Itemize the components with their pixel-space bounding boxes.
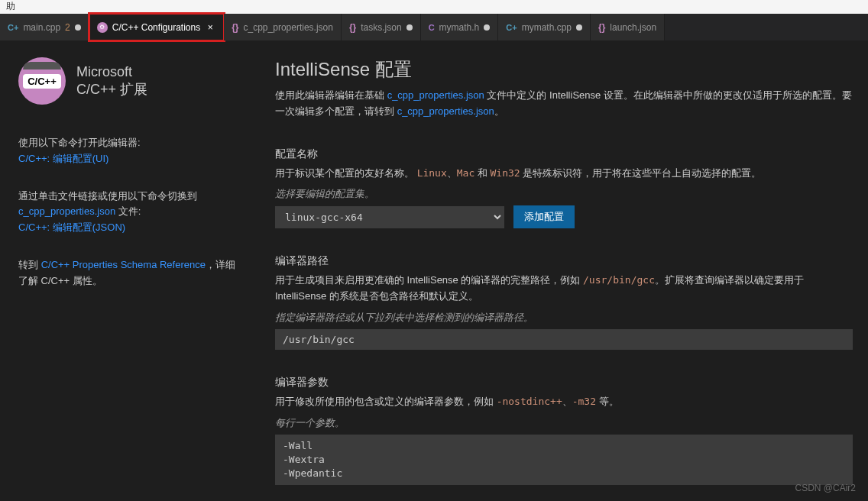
extension-badge: C/C++ Microsoft C/C++ 扩展: [18, 57, 241, 105]
tab-label: mymath.cpp: [522, 22, 572, 33]
header-file-icon: C: [429, 23, 435, 32]
schema-pre: 转到: [18, 259, 41, 270]
tab-suffix: 2: [65, 22, 70, 33]
tab-main-cpp[interactable]: C+ main.cpp 2: [0, 14, 89, 40]
extension-name: C/C++ 扩展: [76, 81, 147, 99]
tab-ccpp-properties[interactable]: {} c_cpp_properties.json: [224, 14, 342, 40]
tab-mymath-cpp[interactable]: C+ mymath.cpp: [498, 14, 591, 40]
extension-logo-text: C/C++: [23, 74, 61, 89]
desc-pre: 使用此编辑器编辑在基础: [275, 89, 387, 101]
compiler-args-hint: 每行一个参数。: [275, 416, 853, 430]
compiler-path-input[interactable]: [275, 329, 853, 350]
json-file-icon: {}: [598, 22, 605, 33]
add-config-button[interactable]: 添加配置: [513, 205, 575, 228]
config-name-desc-post: 是特殊标识符，用于将在这些平台上自动选择的配置。: [523, 167, 761, 179]
compiler-args-desc-post: 等。: [596, 396, 619, 407]
tab-label: launch.json: [610, 22, 656, 33]
section-compiler-args: 编译器参数 用于修改所使用的包含或定义的编译器参数，例如 -nostdinc++…: [275, 376, 853, 485]
sidebar: C/C++ Microsoft C/C++ 扩展 使用以下命令打开此编辑器: C…: [0, 40, 260, 501]
config-set-select[interactable]: linux-gcc-x64: [275, 206, 504, 228]
extension-logo-icon: C/C++: [18, 57, 66, 105]
tab-ccpp-configurations[interactable]: ⚙ C/C++ Configurations ×: [89, 14, 224, 40]
sep: 和: [474, 167, 490, 179]
modified-dot-icon: [576, 24, 582, 31]
modified-dot-icon: [484, 24, 490, 31]
modified-dot-icon: [406, 24, 413, 31]
main-panel: IntelliSense 配置 使用此编辑器编辑在基础 c_cpp_proper…: [260, 40, 868, 501]
code-gcc-path: /usr/bin/gcc: [583, 274, 655, 286]
tab-label: c_cpp_properties.json: [244, 22, 333, 33]
edit-config-ui-link[interactable]: C/C++: 编辑配置(UI): [18, 153, 108, 164]
tab-tasks-json[interactable]: {} tasks.json: [342, 14, 421, 40]
tab-label: tasks.json: [361, 22, 401, 33]
compiler-args-desc-pre: 用于修改所使用的包含或定义的编译器参数，例如: [275, 396, 497, 407]
compiler-path-title: 编译器路径: [275, 254, 853, 268]
watermark: CSDN @CAir2: [795, 483, 856, 493]
desc-end: 。: [494, 105, 504, 117]
schema-reference-link[interactable]: C/C++ Properties Schema Reference: [41, 259, 206, 270]
tab-mymath-h[interactable]: C mymath.h: [421, 14, 499, 40]
cpp-file-icon: C+: [8, 23, 18, 32]
compiler-path-desc-pre: 用于生成项目来启用更准确的 IntelliSense 的编译器的完整路径，例如: [275, 274, 583, 286]
desc-link-2[interactable]: c_cpp_properties.json: [397, 105, 494, 117]
extension-vendor: Microsoft: [76, 63, 147, 81]
switch-hint-pre: 通过单击文件链接或使用以下命令切换到: [18, 190, 197, 202]
extension-icon: ⚙: [97, 22, 108, 33]
tab-label: mymath.h: [439, 22, 480, 33]
page-title: IntelliSense 配置: [275, 57, 853, 82]
tab-label: main.cpp: [23, 22, 60, 33]
code-mac: Mac: [457, 167, 474, 179]
code-linux: Linux: [417, 167, 447, 179]
json-file-icon: {}: [349, 22, 356, 33]
compiler-args-textarea[interactable]: -Wall -Wextra -Wpedantic: [275, 435, 853, 486]
tab-label: C/C++ Configurations: [112, 22, 200, 33]
switch-hint-post: 文件:: [115, 205, 141, 217]
json-file-icon: {}: [232, 22, 238, 33]
editor-tab-bar: C+ main.cpp 2 ⚙ C/C++ Configurations × {…: [0, 14, 868, 40]
config-name-title: 配置名称: [275, 147, 853, 161]
code-m32: -m32: [572, 396, 596, 407]
ccpp-properties-file-link[interactable]: c_cpp_properties.json: [18, 205, 115, 217]
code-win32: Win32: [490, 167, 520, 179]
compiler-path-hint: 指定编译器路径或从下拉列表中选择检测到的编译器路径。: [275, 311, 853, 325]
config-name-hint: 选择要编辑的配置集。: [275, 187, 853, 201]
section-config-name: 配置名称 用于标识某个配置的友好名称。 Linux、Mac 和 Win32 是特…: [275, 147, 853, 229]
section-compiler-path: 编译器路径 用于生成项目来启用更准确的 IntelliSense 的编译器的完整…: [275, 254, 853, 350]
sep: 、: [447, 167, 457, 179]
close-icon[interactable]: ×: [205, 22, 215, 33]
desc-link-1[interactable]: c_cpp_properties.json: [387, 89, 484, 101]
modified-dot-icon: [75, 24, 81, 31]
open-editor-hint: 使用以下命令打开此编辑器:: [18, 135, 241, 151]
sep: 、: [562, 396, 572, 407]
config-name-desc-pre: 用于标识某个配置的友好名称。: [275, 167, 414, 179]
window-menu-strip: 助: [0, 0, 868, 14]
compiler-args-title: 编译器参数: [275, 376, 853, 389]
edit-config-json-link[interactable]: C/C++: 编辑配置(JSON): [18, 221, 125, 233]
code-nostdinc: -nostdinc++: [497, 396, 562, 407]
cpp-file-icon: C+: [506, 23, 517, 32]
tab-launch-json[interactable]: {} launch.json: [591, 14, 665, 40]
